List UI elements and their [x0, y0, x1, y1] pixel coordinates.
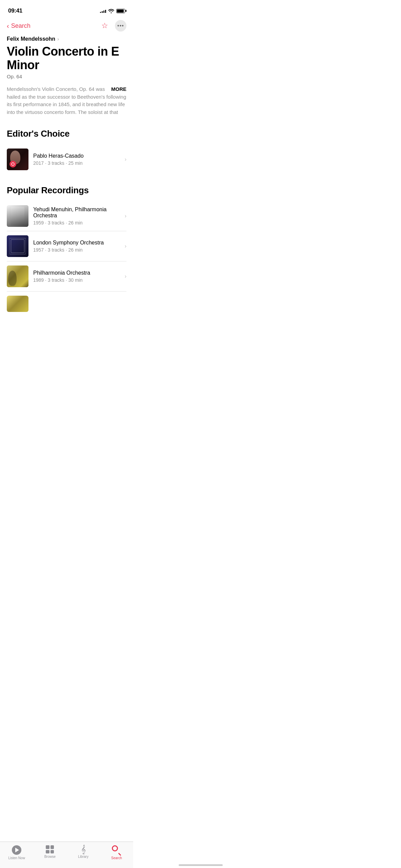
piece-description: MORE Mendelssohn's Violin Concerto, Op. …: [7, 85, 126, 118]
status-bar: 09:41: [0, 0, 133, 17]
signal-bars-icon: [100, 9, 106, 13]
composer-name: Felix Mendelssohn: [7, 36, 55, 42]
recording-info: Philharmonia Orchestra 1989 · 3 tracks ·…: [33, 270, 120, 283]
battery-fill: [117, 9, 124, 13]
recording-info: Pablo Heras-Casado 2017 · 3 tracks · 25 …: [33, 153, 120, 166]
editors-choice-section: Editor's Choice Pablo Heras-Casado 2017 …: [7, 129, 126, 174]
recording-item-philharmonia[interactable]: Philharmonia Orchestra 1989 · 3 tracks ·…: [7, 261, 126, 292]
list-chevron-icon: ›: [125, 243, 126, 249]
menuhin-album-art: [7, 205, 28, 227]
recording-meta: 1959 · 3 tracks · 26 min: [33, 220, 120, 225]
star-icon: ☆: [101, 21, 108, 30]
popular-recordings-title: Popular Recordings: [7, 185, 126, 196]
battery-icon: [116, 9, 125, 13]
recording-info: Yehudi Menuhin, Philharmonia Orchestra 1…: [33, 206, 120, 225]
wifi-icon: [108, 8, 114, 13]
status-icons: [100, 8, 125, 13]
main-content: Felix Mendelssohn › Violin Concerto in E…: [0, 36, 133, 346]
status-time: 09:41: [8, 7, 22, 14]
pablo-album-art: [7, 149, 28, 170]
lso-album-art: [7, 235, 28, 257]
back-chevron-icon: ‹: [7, 22, 9, 30]
piece-title: Violin Concerto in E Minor: [7, 45, 126, 72]
editors-choice-item[interactable]: Pablo Heras-Casado 2017 · 3 tracks · 25 …: [7, 144, 126, 174]
back-label: Search: [11, 22, 31, 29]
composer-chevron-icon: ›: [57, 36, 59, 42]
list-chevron-icon: ›: [125, 213, 126, 219]
back-button[interactable]: ‹ Search: [7, 22, 31, 30]
editors-choice-title: Editor's Choice: [7, 129, 126, 139]
partial-album-art: [7, 296, 28, 312]
svg-point-0: [12, 163, 14, 165]
recording-name: Pablo Heras-Casado: [33, 153, 120, 159]
nav-bar: ‹ Search ☆ •••: [0, 17, 133, 36]
recording-meta: 2017 · 3 tracks · 25 min: [33, 160, 120, 166]
more-options-button[interactable]: •••: [115, 20, 126, 32]
philharmonia-album-art: [7, 265, 28, 287]
ellipsis-icon: •••: [117, 23, 124, 29]
list-chevron-icon: ›: [125, 156, 126, 162]
recording-item-partial[interactable]: [7, 292, 126, 312]
piece-opus: Op. 64: [7, 74, 126, 79]
recording-info: London Symphony Orchestra 1957 · 3 track…: [33, 240, 120, 253]
recording-name: Philharmonia Orchestra: [33, 270, 120, 276]
recording-item-menuhin[interactable]: Yehudi Menuhin, Philharmonia Orchestra 1…: [7, 201, 126, 231]
description-text: Mendelssohn's Violin Concerto, Op. 64 wa…: [7, 86, 126, 118]
recording-meta: 1989 · 3 tracks · 30 min: [33, 277, 120, 283]
list-chevron-icon: ›: [125, 273, 126, 279]
recording-name: London Symphony Orchestra: [33, 240, 120, 246]
popular-recordings-section: Popular Recordings Yehudi Menuhin, Philh…: [7, 185, 126, 312]
favorite-button[interactable]: ☆: [99, 20, 111, 32]
composer-link[interactable]: Felix Mendelssohn ›: [7, 36, 126, 42]
nav-actions: ☆ •••: [99, 20, 126, 32]
recording-meta: 1957 · 3 tracks · 26 min: [33, 247, 120, 253]
more-button[interactable]: MORE: [110, 85, 126, 93]
recording-name: Yehudi Menuhin, Philharmonia Orchestra: [33, 206, 120, 219]
recording-item-lso[interactable]: London Symphony Orchestra 1957 · 3 track…: [7, 231, 126, 261]
